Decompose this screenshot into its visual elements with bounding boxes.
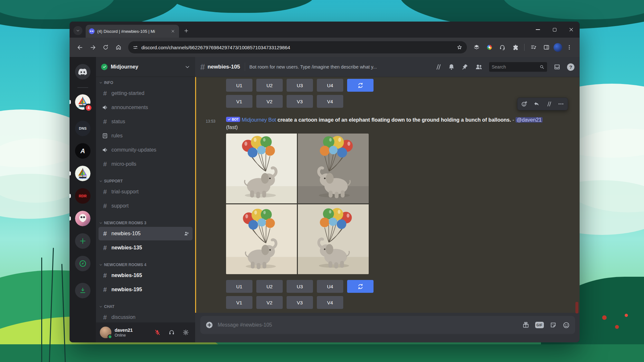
create-thread-button[interactable]	[543, 98, 555, 109]
channel-discussion[interactable]: # discussion	[99, 311, 193, 322]
reload-button[interactable]	[100, 42, 111, 53]
variation-v4-button[interactable]: V4	[317, 95, 343, 108]
upscale-u2-button[interactable]: U2	[256, 280, 283, 293]
explore-servers-button[interactable]	[75, 256, 90, 271]
window-maximize-button[interactable]	[546, 22, 563, 38]
variation-v3-button[interactable]: V3	[287, 95, 313, 108]
upscale-u1-button[interactable]: U1	[226, 280, 252, 293]
notification-settings-button[interactable]	[448, 63, 455, 70]
add-server-button[interactable]	[75, 233, 90, 249]
emoji-picker-button[interactable]	[563, 321, 570, 329]
member-list-button[interactable]	[475, 63, 483, 71]
rerun-button[interactable]	[347, 79, 374, 92]
sticker-picker-button[interactable]	[550, 321, 557, 329]
category-info[interactable]: INFO	[99, 79, 193, 86]
gif-picker-button[interactable]: GIF	[535, 322, 544, 328]
upscale-u4-button[interactable]: U4	[317, 280, 343, 293]
address-bar[interactable]: discord.com/channels/662267976984297473/…	[128, 41, 467, 53]
message-author[interactable]: Midjourney Bot	[242, 117, 276, 123]
channel-newbies-195[interactable]: # newbies-195	[99, 283, 193, 296]
channel-topic[interactable]: Bot room for new users. Type /imagine th…	[250, 64, 377, 70]
deafen-button[interactable]	[166, 327, 177, 338]
server-sailboat-2[interactable]	[75, 166, 90, 181]
add-reaction-button[interactable]	[518, 98, 530, 109]
generated-image-panel-2[interactable]	[298, 134, 369, 203]
threads-button[interactable]	[434, 63, 441, 70]
mute-microphone-button[interactable]	[152, 327, 163, 338]
bookmark-button[interactable]	[455, 42, 464, 52]
search-input[interactable]	[492, 64, 537, 70]
window-minimize-button[interactable]	[529, 22, 546, 38]
download-apps-button[interactable]	[75, 283, 90, 298]
variation-v2-button[interactable]: V2	[256, 296, 283, 309]
invite-people-icon[interactable]	[184, 231, 189, 237]
channel-status[interactable]: # status	[99, 115, 193, 128]
server-rdr[interactable]: RDR	[75, 188, 90, 204]
generated-image-panel-1[interactable]	[226, 134, 297, 203]
tab-search-button[interactable]	[73, 26, 82, 35]
gift-button[interactable]	[522, 321, 529, 329]
message-input[interactable]	[218, 322, 518, 328]
scrollbar-thumb[interactable]	[575, 302, 578, 313]
upscale-u4-button[interactable]: U4	[317, 79, 343, 92]
category-newcomer-rooms-3[interactable]: NEWCOMER ROOMS 3	[99, 220, 193, 226]
inbox-button[interactable]	[554, 63, 561, 70]
media-controls-button[interactable]	[528, 42, 539, 53]
channel-community-updates[interactable]: community-updates	[99, 143, 193, 157]
rerun-button[interactable]	[347, 280, 374, 293]
channel-announcements[interactable]: announcements	[99, 101, 193, 114]
variation-v1-button[interactable]: V1	[226, 95, 252, 108]
user-avatar[interactable]	[100, 327, 111, 338]
channel-trial-support[interactable]: # trial-support	[99, 185, 193, 199]
variation-v3-button[interactable]: V3	[287, 296, 313, 309]
profile-avatar[interactable]	[554, 43, 562, 52]
category-newcomer-rooms-4[interactable]: NEWCOMER ROOMS 4	[99, 262, 193, 268]
tab-close-button[interactable]	[170, 28, 176, 34]
user-settings-button[interactable]	[180, 327, 191, 338]
channel-newbies-165[interactable]: # newbies-165	[99, 269, 193, 282]
discord-home-button[interactable]	[75, 64, 90, 79]
forward-button[interactable]	[87, 42, 99, 53]
variation-v4-button[interactable]: V4	[317, 296, 343, 309]
window-close-button[interactable]	[563, 22, 580, 38]
search-box[interactable]	[489, 62, 547, 72]
channel-support[interactable]: # support	[99, 199, 193, 213]
channel-micro-polls[interactable]: # micro-polls	[99, 157, 193, 171]
pinned-messages-button[interactable]	[461, 63, 469, 70]
reading-list-button[interactable]	[471, 42, 482, 53]
channel-newbies-105[interactable]: # newbies-105	[99, 227, 193, 240]
category-support[interactable]: SUPPORT	[99, 178, 193, 184]
variation-v1-button[interactable]: V1	[226, 296, 252, 309]
message-input-bar[interactable]: GIF	[200, 316, 575, 334]
generated-image-grid[interactable]	[226, 134, 369, 274]
back-button[interactable]	[74, 42, 86, 53]
upscale-u3-button[interactable]: U3	[287, 280, 313, 293]
channel-newbies-135[interactable]: # newbies-135	[99, 241, 193, 255]
attach-file-button[interactable]	[205, 321, 213, 329]
upscale-u1-button[interactable]: U1	[226, 79, 252, 92]
reply-button[interactable]	[530, 98, 543, 109]
server-a-logo[interactable]: A	[75, 143, 90, 159]
generated-image-panel-4[interactable]	[298, 204, 369, 274]
browser-menu-button[interactable]	[564, 42, 575, 53]
headset-extension-button[interactable]	[497, 42, 508, 53]
extensions-button[interactable]	[509, 42, 521, 53]
more-actions-button[interactable]	[555, 98, 567, 109]
channel-rules[interactable]: rules	[99, 129, 193, 143]
channel-getting-started[interactable]: # getting-started	[99, 87, 193, 100]
upscale-u2-button[interactable]: U2	[256, 79, 283, 92]
user-info[interactable]: daven21 Online	[115, 328, 149, 338]
server-sailboat[interactable]: 4	[75, 94, 90, 110]
new-tab-button[interactable]	[182, 26, 191, 35]
upscale-u3-button[interactable]: U3	[287, 79, 313, 92]
category-chat[interactable]: CHAT	[99, 303, 193, 310]
server-skull[interactable]	[75, 211, 90, 226]
user-mention[interactable]: @daven21	[516, 117, 543, 123]
color-extension-button[interactable]	[484, 42, 495, 53]
browser-tab[interactable]: (4) Discord | #newbies-105 | Mi	[86, 25, 179, 38]
side-panel-button[interactable]	[541, 42, 552, 53]
variation-v2-button[interactable]: V2	[256, 95, 283, 108]
home-button[interactable]	[113, 42, 124, 53]
server-header[interactable]: Midjourney	[96, 57, 195, 77]
generated-image-panel-3[interactable]	[226, 204, 297, 274]
